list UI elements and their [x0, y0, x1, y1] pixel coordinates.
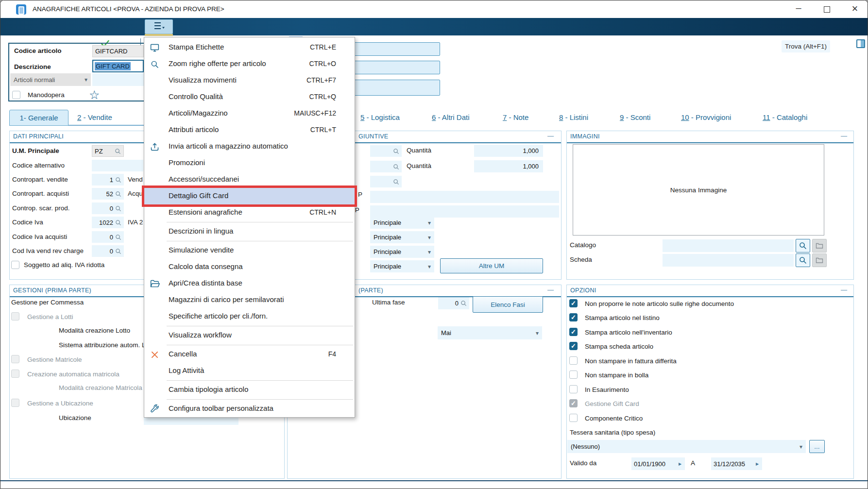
find-button[interactable]: Trova (Alt+F1) [782, 40, 830, 52]
minimize-button[interactable] [786, 0, 811, 18]
principale-dropdown[interactable]: Principale [370, 260, 434, 272]
um3-code-field[interactable] [370, 161, 402, 172]
gestione-ubicazione-checkbox[interactable] [11, 399, 19, 407]
scheda-field[interactable] [663, 254, 794, 267]
scheda-search-button[interactable] [796, 253, 810, 267]
principale-dropdown[interactable]: Principale [370, 217, 434, 229]
menu-item-cancella[interactable]: CancellaF4 [144, 346, 355, 363]
valido-a-date-field[interactable]: 31/12/2035 [711, 457, 762, 470]
contropart-vendite-field[interactable]: 1 [92, 174, 124, 185]
manodopera-checkbox[interactable] [12, 91, 20, 99]
collapse-dash-icon[interactable] [547, 286, 555, 294]
opzione-checkbox[interactable] [569, 313, 578, 321]
tab-note[interactable]: 7 - Note [503, 113, 528, 121]
tipo-extra-field[interactable] [92, 73, 144, 86]
tessera-browse-button[interactable]: ... [809, 440, 825, 453]
um-text-field[interactable] [370, 205, 559, 218]
tab-listini[interactable]: 8 - Listini [559, 113, 588, 121]
menu-item-descrizioni-lingua[interactable]: Descrizioni in lingua [144, 223, 355, 240]
menu-item-attributi-articolo[interactable]: Attributi articoloCTRL+T [144, 122, 355, 138]
cod-iva-rev-charge-field[interactable]: 0 [92, 245, 124, 257]
principale-dropdown[interactable]: Principale [370, 246, 434, 258]
menu-item-invia-articoli[interactable]: Invia articoli a magazzino automatico [144, 138, 355, 155]
menu-item-visualizza-movimenti[interactable]: Visualizza movimentiCTRL+F7 [144, 72, 355, 89]
menu-item-controllo-qualita[interactable]: Controllo QualitàCTRL+Q [144, 89, 355, 105]
window-title: ANAGRAFICHE ARTICOLI <PROVA - AZIENDA DI… [33, 5, 224, 13]
menu-item-configura-toolbar[interactable]: Configura toolbar personalizzata [144, 401, 355, 417]
opzione-checkbox[interactable] [569, 414, 578, 422]
menu-item-simulazione-vendite[interactable]: Simulazione vendite [144, 242, 355, 259]
collapse-panel-icon[interactable] [856, 39, 865, 48]
iva-ridotta-checkbox[interactable] [11, 261, 19, 269]
calendar-arrow-icon[interactable] [678, 462, 682, 466]
catalogo-folder-button[interactable] [812, 239, 827, 253]
menu-item-stampa-etichette[interactable]: Stampa EtichetteCTRL+E [144, 39, 355, 56]
menu-item-magazzini-carico[interactable]: Magazzini di carico per semilavorati [144, 292, 355, 308]
favorite-star-icon[interactable] [89, 88, 100, 102]
codice-articolo-field[interactable]: GIFTCARD [92, 45, 144, 57]
magnifier-icon [148, 59, 161, 69]
elenco-fasi-button[interactable]: Elenco Fasi [473, 296, 543, 313]
opzione-checkbox[interactable] [569, 299, 578, 307]
collapse-dash-icon[interactable] [841, 286, 849, 294]
codice-alternativo-field[interactable] [92, 160, 143, 171]
maximize-button[interactable] [815, 0, 839, 18]
tipo-articolo-dropdown[interactable]: Articoli normali [10, 73, 91, 86]
um-text-field[interactable] [370, 191, 559, 203]
gestione-lotti-checkbox[interactable] [11, 312, 19, 320]
um-principale-field[interactable]: PZ [92, 145, 124, 157]
descrizione-field[interactable]: GIFT CARD [92, 60, 144, 72]
tab-sconti[interactable]: 9 - Sconti [620, 113, 650, 121]
opzione-checkbox[interactable] [569, 328, 578, 336]
codice-iva-field[interactable]: 1022 [92, 217, 124, 228]
um2-code-field[interactable] [370, 145, 402, 157]
scheda-folder-button[interactable] [812, 253, 827, 267]
menu-anchor-indicator [145, 34, 173, 36]
principale-dropdown[interactable]: Principale [370, 231, 434, 243]
menu-item-zoom-righe[interactable]: Zoom righe offerte per articoloCTRL+O [144, 56, 355, 72]
menu-item-visualizza-workflow[interactable]: Visualizza workflow [144, 327, 355, 344]
ultima-fase-field[interactable]: 0 [438, 297, 469, 309]
valido-da-date-field[interactable]: 01/01/1900 [631, 457, 685, 470]
menu-item-articoli-magazzino[interactable]: Articoli/MagazzinoMAIUSC+F12 [144, 105, 355, 122]
altre-um-button[interactable]: Altre UM [440, 258, 543, 273]
controp-scar-prod-field[interactable]: 0 [92, 202, 124, 214]
opzione-checkbox[interactable] [569, 385, 578, 393]
tab-vendite[interactable]: 2 - Vendite [77, 113, 112, 121]
contropart-acquisti-field[interactable]: 52 [92, 188, 124, 200]
mai-dropdown[interactable]: Mai [438, 326, 542, 339]
tab-provvigioni[interactable]: 10 - Provvigioni [681, 113, 731, 121]
tessera-dropdown[interactable]: (Nessuno) [567, 440, 806, 453]
menu-item-estensioni-anagrafiche[interactable]: Estensioni anagraficheCTRL+N [144, 204, 355, 221]
tab-generale[interactable]: 1 - Generale [9, 110, 68, 126]
catalogo-field[interactable] [663, 239, 794, 252]
quantita1-field[interactable]: 1,000 [474, 145, 543, 157]
close-button[interactable] [843, 0, 867, 18]
opzione-checkbox[interactable] [569, 371, 578, 379]
collapse-dash-icon[interactable] [547, 132, 555, 140]
calendar-arrow-icon[interactable] [755, 462, 760, 466]
tab-altri-dati[interactable]: 6 - Altri Dati [432, 113, 470, 121]
exit-button[interactable]: Esci [833, 40, 859, 52]
gestione-gift-card-checkbox[interactable] [569, 399, 578, 407]
menu-item-log-attivita[interactable]: Log Attività [144, 363, 355, 379]
creazione-matricola-checkbox[interactable] [11, 370, 19, 378]
opzione-checkbox[interactable] [569, 342, 578, 350]
tab-logistica[interactable]: 5 - Logistica [360, 113, 400, 121]
opzione-checkbox[interactable] [569, 356, 578, 365]
gestione-matricole-checkbox[interactable] [11, 355, 19, 363]
codice-iva-acquisti-field[interactable]: 0 [92, 231, 124, 243]
catalogo-search-button[interactable] [796, 239, 810, 253]
menu-item-apri-crea-distinta[interactable]: Apri/Crea distinta base [144, 275, 355, 292]
menu-item-calcolo-data-consegna[interactable]: Calcolo data consegna [144, 259, 355, 275]
menu-item-promozioni[interactable]: Promozioni [144, 155, 355, 171]
tab-cataloghi[interactable]: 11 - Cataloghi [763, 113, 807, 121]
collapse-dash-icon[interactable] [841, 132, 849, 140]
menu-item-specifiche-articolo[interactable]: Specifiche articolo per cli./forn. [144, 308, 355, 325]
actions-menu-button[interactable] [145, 19, 173, 34]
um4-code-field[interactable] [370, 176, 402, 187]
menu-item-accessori[interactable]: Accessori/succedanei [144, 171, 355, 188]
quantita2-field[interactable]: 1,000 [474, 160, 543, 172]
menu-item-cambia-tipologia[interactable]: Cambia tipologia articolo [144, 382, 355, 398]
menu-item-dettaglio-gift-card[interactable]: Dettaglio Gift Card [144, 188, 355, 204]
